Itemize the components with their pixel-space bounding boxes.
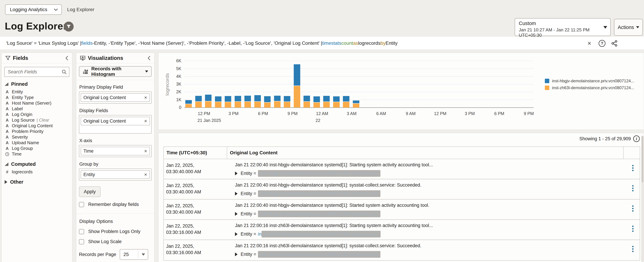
query-input[interactable]: 'Log Source' = 'Linux Syslog Logs' | fie… xyxy=(6,37,398,50)
field-item-log-origin[interactable]: ALog Origin xyxy=(4,112,69,117)
field-item-time[interactable]: Time xyxy=(4,151,69,157)
field-item-log-source[interactable]: ALog Source| Clear xyxy=(4,117,69,123)
bar-2am-hbgjv[interactable] xyxy=(343,96,350,102)
bar-12pm-zh63l[interactable] xyxy=(205,101,212,108)
legend-item[interactable]: inst-hbgjv-demolainstance.priv.vcn080712… xyxy=(545,79,634,83)
apply-button[interactable]: Apply xyxy=(79,186,100,197)
field-item-original-log-content[interactable]: AOriginal Log Content xyxy=(4,123,69,129)
bar-10pm-hbgjv[interactable] xyxy=(304,96,310,102)
vertical-scrollbar[interactable] xyxy=(641,135,644,262)
field-item-upload-name[interactable]: AUpload Name xyxy=(4,140,69,146)
field-item-host-name-server-[interactable]: AHost Name (Server) xyxy=(4,100,69,106)
bar-11am-hbgjv[interactable] xyxy=(195,96,202,102)
show-log-scale-option[interactable]: Show Log Scale xyxy=(79,239,152,244)
primary-display-field-box[interactable]: Original Log Content × xyxy=(79,92,152,104)
bar-4pm-zh63l[interactable] xyxy=(244,102,251,108)
bar-5pm-zh63l[interactable] xyxy=(254,102,261,108)
x-axis-box[interactable]: Time × xyxy=(79,145,152,157)
time-range-picker[interactable]: Custom Jan 21 10:27 AM - Jan 22 11:25 PM… xyxy=(515,18,610,36)
bar-2pm-zh63l[interactable] xyxy=(225,102,231,108)
remove-chip-icon[interactable]: × xyxy=(144,118,147,124)
bar-1pm-hbgjv[interactable] xyxy=(215,96,222,102)
expand-row-icon[interactable] xyxy=(235,172,238,175)
bar-6pm-zh63l[interactable] xyxy=(264,103,270,108)
checkbox[interactable] xyxy=(79,229,84,234)
expand-row-icon[interactable] xyxy=(235,192,238,196)
collapse-panel-icon[interactable] xyxy=(148,56,150,61)
bar-8pm-hbgjv[interactable] xyxy=(284,96,290,102)
row-menu-kebab-icon[interactable] xyxy=(632,165,634,171)
bar-3pm-zh63l[interactable] xyxy=(235,102,241,108)
bar-4pm-hbgjv[interactable] xyxy=(244,96,251,102)
bar-3am-hbgjv[interactable] xyxy=(353,101,359,103)
expand-row-icon[interactable] xyxy=(235,212,238,216)
legend-item[interactable]: inst-zh63l-demolainstance.priv.vcn080712… xyxy=(545,85,634,90)
bar-10pm-zh63l[interactable] xyxy=(304,102,310,108)
bar-9pm-zh63l[interactable] xyxy=(294,86,300,108)
fields-section-pinned[interactable]: Pinned xyxy=(4,81,69,87)
bar-11pm-hbgjv[interactable] xyxy=(314,96,320,102)
bar-9pm-hbgjv[interactable] xyxy=(294,64,300,86)
display-fields-box[interactable]: Original Log Content × xyxy=(79,115,152,134)
checkbox[interactable] xyxy=(79,239,84,244)
scrollbar-thumb[interactable] xyxy=(642,136,643,182)
field-item-entity-type[interactable]: AEntity Type xyxy=(4,95,69,100)
clear-query-icon[interactable]: × xyxy=(586,40,593,47)
field-item-severity[interactable]: ASeverity xyxy=(4,134,69,140)
row-menu-kebab-icon[interactable] xyxy=(632,246,634,252)
bar-3am-zh63l[interactable] xyxy=(353,104,359,108)
row-menu-kebab-icon[interactable] xyxy=(632,226,634,232)
field-item-entity[interactable]: AEntity xyxy=(4,89,69,95)
field-item-log-group[interactable]: ALog Group xyxy=(4,146,69,151)
field-item-label[interactable]: ALabel xyxy=(4,106,69,112)
bar-2am-zh63l[interactable] xyxy=(343,102,350,108)
bar-11pm-zh63l[interactable] xyxy=(314,103,320,108)
checkbox[interactable] xyxy=(79,202,84,207)
bar-10am-zh63l[interactable] xyxy=(185,104,192,108)
expand-row-icon[interactable] xyxy=(235,232,238,236)
app-switcher-select[interactable]: Logging Analytics xyxy=(5,5,62,15)
bar-11am-zh63l[interactable] xyxy=(195,102,202,108)
table-row[interactable]: Jan 22, 2025,03:30:40.000 AMJan 21 22:00… xyxy=(164,159,640,179)
expand-row-icon[interactable] xyxy=(235,252,238,256)
remove-chip-icon[interactable]: × xyxy=(144,95,147,101)
row-menu-kebab-icon[interactable] xyxy=(632,185,634,191)
bar-1am-zh63l[interactable] xyxy=(333,102,340,108)
bar-12am-zh63l[interactable] xyxy=(323,102,330,108)
records-per-page-select[interactable]: 25 xyxy=(120,249,148,260)
table-row[interactable]: Jan 22, 2025,03:30:40.000 AMJan 21 22:00… xyxy=(164,179,640,200)
remove-chip-icon[interactable]: × xyxy=(144,172,147,177)
bar-7pm-hbgjv[interactable] xyxy=(274,96,280,101)
share-icon[interactable] xyxy=(611,40,618,47)
collapse-panel-icon[interactable] xyxy=(65,56,68,61)
field-item-problem-priority[interactable]: AProblem Priority xyxy=(4,129,69,134)
table-row[interactable]: Jan 22, 2025,03:30:16.000 AMJan 21 22:00… xyxy=(164,220,640,240)
bar-6pm-hbgjv[interactable] xyxy=(264,96,270,102)
remember-display-fields-option[interactable]: Remember display fields xyxy=(79,202,152,207)
remove-chip-icon[interactable]: × xyxy=(144,148,147,154)
help-icon[interactable]: ? xyxy=(598,40,606,47)
filter-badge-icon[interactable] xyxy=(64,22,74,32)
group-by-box[interactable]: Entity × xyxy=(79,169,152,181)
search-fields-input[interactable] xyxy=(4,67,69,77)
bar-10am-hbgjv[interactable] xyxy=(185,100,192,104)
fields-section-other[interactable]: Other xyxy=(4,179,69,185)
bar-1am-hbgjv[interactable] xyxy=(333,96,340,102)
bar-3pm-hbgjv[interactable] xyxy=(235,96,241,102)
table-row[interactable]: Jan 22, 2025,03:30:40.000 AMJan 21 22:00… xyxy=(164,200,640,220)
bar-7pm-zh63l[interactable] xyxy=(274,101,280,108)
show-problem-logs-option[interactable]: Show Problem Logs Only xyxy=(79,229,152,234)
field-item-logrecords[interactable]: #logrecords xyxy=(4,169,69,175)
chart-type-select[interactable]: Records with Histogram xyxy=(79,66,152,77)
table-row[interactable]: Jan 22, 2025,03:30:16.000 AMJan 21 22:00… xyxy=(164,240,640,260)
clear-filter-link[interactable]: | Clear xyxy=(37,118,49,123)
bar-1pm-zh63l[interactable] xyxy=(215,102,222,108)
row-menu-kebab-icon[interactable] xyxy=(632,205,634,212)
bar-5pm-hbgjv[interactable] xyxy=(254,95,261,101)
actions-button[interactable]: Actions xyxy=(614,19,643,36)
fields-section-computed[interactable]: Computed xyxy=(4,161,69,167)
bar-12am-hbgjv[interactable] xyxy=(323,96,330,102)
bar-12pm-hbgjv[interactable] xyxy=(205,95,212,101)
bar-8pm-zh63l[interactable] xyxy=(284,102,290,108)
info-icon[interactable]: i xyxy=(633,135,640,142)
